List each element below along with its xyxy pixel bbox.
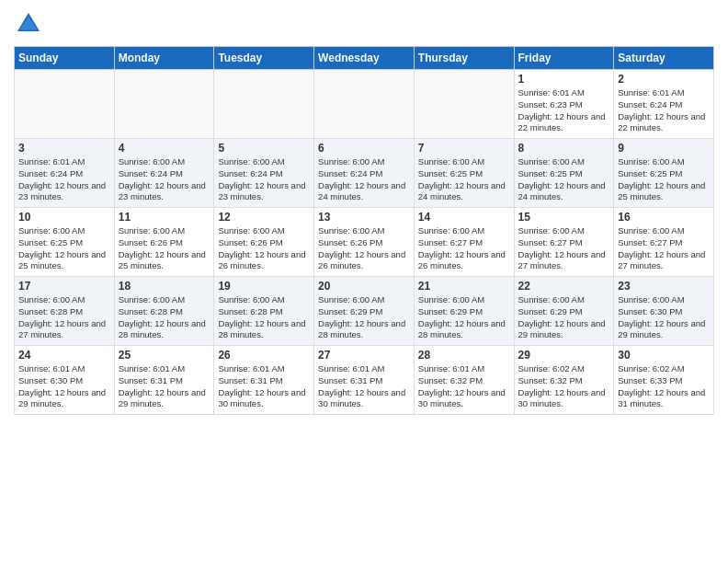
calendar-cell — [414, 70, 514, 139]
calendar-cell: 16Sunrise: 6:00 AM Sunset: 6:27 PM Dayli… — [614, 208, 714, 277]
page-container: SundayMondayTuesdayWednesdayThursdayFrid… — [0, 0, 728, 424]
calendar-cell: 2Sunrise: 6:01 AM Sunset: 6:24 PM Daylig… — [614, 70, 714, 139]
day-info: Sunrise: 6:00 AM Sunset: 6:29 PM Dayligh… — [318, 294, 410, 341]
day-info: Sunrise: 6:01 AM Sunset: 6:31 PM Dayligh… — [318, 363, 410, 410]
calendar-cell: 19Sunrise: 6:00 AM Sunset: 6:28 PM Dayli… — [214, 277, 314, 346]
day-info: Sunrise: 6:00 AM Sunset: 6:27 PM Dayligh… — [618, 225, 710, 272]
day-info: Sunrise: 6:00 AM Sunset: 6:25 PM Dayligh… — [18, 225, 110, 272]
day-info: Sunrise: 6:00 AM Sunset: 6:25 PM Dayligh… — [618, 156, 710, 203]
weekday-header: Saturday — [614, 47, 714, 70]
calendar-cell: 28Sunrise: 6:01 AM Sunset: 6:32 PM Dayli… — [414, 346, 514, 415]
day-number: 29 — [518, 349, 610, 362]
day-info: Sunrise: 6:01 AM Sunset: 6:24 PM Dayligh… — [618, 87, 710, 134]
day-info: Sunrise: 6:01 AM Sunset: 6:23 PM Dayligh… — [518, 87, 610, 134]
day-info: Sunrise: 6:00 AM Sunset: 6:29 PM Dayligh… — [418, 294, 510, 341]
calendar-week-row: 17Sunrise: 6:00 AM Sunset: 6:28 PM Dayli… — [15, 277, 714, 346]
day-number: 14 — [418, 211, 510, 224]
calendar-cell: 30Sunrise: 6:02 AM Sunset: 6:33 PM Dayli… — [614, 346, 714, 415]
day-info: Sunrise: 6:02 AM Sunset: 6:33 PM Dayligh… — [618, 363, 710, 410]
calendar-cell: 4Sunrise: 6:00 AM Sunset: 6:24 PM Daylig… — [114, 139, 214, 208]
day-number: 7 — [418, 142, 510, 155]
day-number: 20 — [318, 280, 410, 293]
day-number: 15 — [518, 211, 610, 224]
calendar-cell: 9Sunrise: 6:00 AM Sunset: 6:25 PM Daylig… — [614, 139, 714, 208]
day-number: 25 — [119, 349, 210, 362]
day-number: 4 — [119, 142, 210, 155]
weekday-header-row: SundayMondayTuesdayWednesdayThursdayFrid… — [15, 47, 714, 70]
day-number: 6 — [318, 142, 410, 155]
calendar-cell: 22Sunrise: 6:00 AM Sunset: 6:29 PM Dayli… — [514, 277, 614, 346]
calendar-week-row: 10Sunrise: 6:00 AM Sunset: 6:25 PM Dayli… — [15, 208, 714, 277]
day-number: 18 — [119, 280, 210, 293]
calendar-week-row: 3Sunrise: 6:01 AM Sunset: 6:24 PM Daylig… — [15, 139, 714, 208]
day-number: 11 — [119, 211, 210, 224]
day-info: Sunrise: 6:00 AM Sunset: 6:30 PM Dayligh… — [618, 294, 710, 341]
day-number: 23 — [618, 280, 710, 293]
day-number: 26 — [218, 349, 310, 362]
day-info: Sunrise: 6:01 AM Sunset: 6:32 PM Dayligh… — [418, 363, 510, 410]
day-number: 10 — [18, 211, 110, 224]
day-number: 27 — [318, 349, 410, 362]
calendar-cell: 24Sunrise: 6:01 AM Sunset: 6:30 PM Dayli… — [15, 346, 115, 415]
day-info: Sunrise: 6:00 AM Sunset: 6:26 PM Dayligh… — [119, 225, 210, 272]
day-info: Sunrise: 6:00 AM Sunset: 6:28 PM Dayligh… — [218, 294, 310, 341]
logo — [14, 9, 47, 39]
calendar-cell: 3Sunrise: 6:01 AM Sunset: 6:24 PM Daylig… — [15, 139, 115, 208]
day-info: Sunrise: 6:00 AM Sunset: 6:29 PM Dayligh… — [518, 294, 610, 341]
calendar-cell — [214, 70, 314, 139]
weekday-header: Thursday — [414, 47, 514, 70]
calendar-cell: 8Sunrise: 6:00 AM Sunset: 6:25 PM Daylig… — [514, 139, 614, 208]
calendar-cell: 14Sunrise: 6:00 AM Sunset: 6:27 PM Dayli… — [414, 208, 514, 277]
day-number: 2 — [618, 73, 710, 86]
day-info: Sunrise: 6:00 AM Sunset: 6:27 PM Dayligh… — [518, 225, 610, 272]
calendar-cell — [15, 70, 115, 139]
calendar-cell: 20Sunrise: 6:00 AM Sunset: 6:29 PM Dayli… — [314, 277, 415, 346]
day-number: 5 — [218, 142, 310, 155]
day-number: 22 — [518, 280, 610, 293]
calendar-cell: 13Sunrise: 6:00 AM Sunset: 6:26 PM Dayli… — [314, 208, 415, 277]
day-number: 19 — [218, 280, 310, 293]
calendar-cell: 23Sunrise: 6:00 AM Sunset: 6:30 PM Dayli… — [614, 277, 714, 346]
calendar-cell: 17Sunrise: 6:00 AM Sunset: 6:28 PM Dayli… — [15, 277, 115, 346]
day-info: Sunrise: 6:01 AM Sunset: 6:24 PM Dayligh… — [18, 156, 110, 203]
day-number: 13 — [318, 211, 410, 224]
calendar: SundayMondayTuesdayWednesdayThursdayFrid… — [14, 46, 714, 415]
calendar-cell: 10Sunrise: 6:00 AM Sunset: 6:25 PM Dayli… — [15, 208, 115, 277]
day-info: Sunrise: 6:00 AM Sunset: 6:24 PM Dayligh… — [218, 156, 310, 203]
calendar-cell: 25Sunrise: 6:01 AM Sunset: 6:31 PM Dayli… — [114, 346, 214, 415]
day-info: Sunrise: 6:00 AM Sunset: 6:25 PM Dayligh… — [518, 156, 610, 203]
day-info: Sunrise: 6:00 AM Sunset: 6:24 PM Dayligh… — [318, 156, 410, 203]
day-info: Sunrise: 6:01 AM Sunset: 6:31 PM Dayligh… — [119, 363, 210, 410]
day-number: 1 — [518, 73, 610, 86]
day-info: Sunrise: 6:00 AM Sunset: 6:28 PM Dayligh… — [119, 294, 210, 341]
header — [14, 9, 714, 39]
calendar-cell — [114, 70, 214, 139]
calendar-week-row: 1Sunrise: 6:01 AM Sunset: 6:23 PM Daylig… — [15, 70, 714, 139]
calendar-cell: 29Sunrise: 6:02 AM Sunset: 6:32 PM Dayli… — [514, 346, 614, 415]
calendar-cell: 18Sunrise: 6:00 AM Sunset: 6:28 PM Dayli… — [114, 277, 214, 346]
day-number: 21 — [418, 280, 510, 293]
weekday-header: Monday — [114, 47, 214, 70]
day-info: Sunrise: 6:00 AM Sunset: 6:24 PM Dayligh… — [119, 156, 210, 203]
calendar-cell: 12Sunrise: 6:00 AM Sunset: 6:26 PM Dayli… — [214, 208, 314, 277]
calendar-cell: 15Sunrise: 6:00 AM Sunset: 6:27 PM Dayli… — [514, 208, 614, 277]
weekday-header: Tuesday — [214, 47, 314, 70]
calendar-cell: 1Sunrise: 6:01 AM Sunset: 6:23 PM Daylig… — [514, 70, 614, 139]
day-number: 24 — [18, 349, 110, 362]
calendar-cell: 27Sunrise: 6:01 AM Sunset: 6:31 PM Dayli… — [314, 346, 415, 415]
calendar-cell: 7Sunrise: 6:00 AM Sunset: 6:25 PM Daylig… — [414, 139, 514, 208]
day-number: 3 — [18, 142, 110, 155]
day-number: 8 — [518, 142, 610, 155]
weekday-header: Sunday — [15, 47, 115, 70]
calendar-cell: 26Sunrise: 6:01 AM Sunset: 6:31 PM Dayli… — [214, 346, 314, 415]
day-info: Sunrise: 6:00 AM Sunset: 6:26 PM Dayligh… — [218, 225, 310, 272]
day-number: 12 — [218, 211, 310, 224]
day-info: Sunrise: 6:02 AM Sunset: 6:32 PM Dayligh… — [518, 363, 610, 410]
day-info: Sunrise: 6:00 AM Sunset: 6:28 PM Dayligh… — [18, 294, 110, 341]
day-number: 17 — [18, 280, 110, 293]
day-info: Sunrise: 6:00 AM Sunset: 6:27 PM Dayligh… — [418, 225, 510, 272]
weekday-header: Friday — [514, 47, 614, 70]
day-info: Sunrise: 6:01 AM Sunset: 6:30 PM Dayligh… — [18, 363, 110, 410]
weekday-header: Wednesday — [314, 47, 415, 70]
day-info: Sunrise: 6:01 AM Sunset: 6:31 PM Dayligh… — [218, 363, 310, 410]
